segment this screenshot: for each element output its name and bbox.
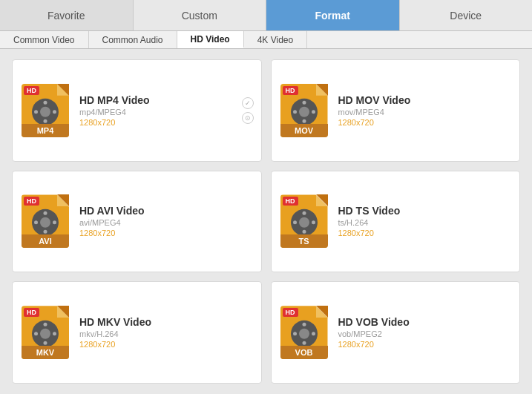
card-info-avi: HD AVI Video avi/MPEG4 1280x720 xyxy=(79,205,145,237)
reel-icon-mp4 xyxy=(32,99,59,125)
card-title-ts: HD TS Video xyxy=(338,205,401,217)
card-codec-mov: mov/MPEG4 xyxy=(338,108,411,116)
top-tab-bar: Favorite Custom Format Device xyxy=(0,0,532,31)
ext-label-mp4: MP4 xyxy=(22,124,69,137)
hd-badge-vob: HD xyxy=(283,308,298,317)
reel-icon-mkv xyxy=(32,321,59,347)
card-codec-vob: vob/MPEG2 xyxy=(338,329,410,338)
file-icon-mov: HD MOV xyxy=(280,84,328,137)
reel-icon-mov xyxy=(291,99,318,125)
ext-label-mov: MOV xyxy=(280,124,328,137)
format-card-hd-mov[interactable]: HD MOV HD MOV Video mov/MPEG4 1280x720 xyxy=(271,59,521,162)
tab-device[interactable]: Device xyxy=(400,0,533,30)
file-icon-vob: HD VOB xyxy=(280,306,328,359)
card-info-mp4: HD MP4 Video mp4/MPEG4 1280x720 xyxy=(79,94,150,127)
subtab-hd-video[interactable]: HD Video xyxy=(177,31,244,48)
card-res-ts: 1280x720 xyxy=(338,229,401,237)
ext-label-ts: TS xyxy=(280,234,328,248)
reel-icon-avi xyxy=(32,209,59,236)
card-title-mkv: HD MKV Video xyxy=(79,316,151,328)
file-icon-mkv: HD MKV xyxy=(22,306,69,359)
hd-badge-ts: HD xyxy=(283,197,298,206)
hd-badge-mkv: HD xyxy=(24,308,39,317)
ext-label-vob: VOB xyxy=(280,346,328,359)
ext-label-avi: AVI xyxy=(22,234,69,248)
card-title-mov: HD MOV Video xyxy=(338,94,411,106)
format-card-hd-mp4[interactable]: HD MP4 HD MP4 Video mp4/MPEG4 1280x720 ✓… xyxy=(12,59,262,162)
card-res-mp4: 1280x720 xyxy=(79,118,150,127)
reel-icon-vob xyxy=(291,321,318,347)
format-card-hd-vob[interactable]: HD VOB HD VOB Video vob/MPEG2 1280x720 xyxy=(271,281,521,384)
hd-badge-avi: HD xyxy=(24,197,39,206)
hd-badge-mov: HD xyxy=(283,86,298,95)
format-card-hd-avi[interactable]: HD AVI HD AVI Video avi/MPEG4 1280x720 xyxy=(12,171,262,273)
card-info-mkv: HD MKV Video mkv/H.264 1280x720 xyxy=(79,316,151,349)
card-codec-ts: ts/H.264 xyxy=(338,218,401,227)
card-title-vob: HD VOB Video xyxy=(338,316,410,328)
tab-format[interactable]: Format xyxy=(266,0,400,30)
tab-custom[interactable]: Custom xyxy=(134,0,267,30)
subtab-common-audio[interactable]: Common Audio xyxy=(89,31,177,48)
file-icon-ts: HD TS xyxy=(280,194,328,248)
card-info-mov: HD MOV Video mov/MPEG4 1280x720 xyxy=(338,94,411,127)
format-card-hd-ts[interactable]: HD TS HD TS Video ts/H.264 1280x720 xyxy=(271,171,521,273)
file-icon-mp4: HD MP4 xyxy=(22,84,69,137)
format-card-hd-mkv[interactable]: HD MKV HD MKV Video mkv/H.264 1280x720 xyxy=(12,281,262,384)
format-grid: HD MP4 HD MP4 Video mp4/MPEG4 1280x720 ✓… xyxy=(0,49,532,394)
check-icon-up: ✓ xyxy=(242,97,254,109)
sub-tab-bar: Common Video Common Audio HD Video 4K Vi… xyxy=(0,31,532,49)
card-check-icons: ✓ ⊙ xyxy=(242,97,254,124)
file-icon-avi: HD AVI xyxy=(22,194,69,248)
card-res-avi: 1280x720 xyxy=(79,229,145,237)
ext-label-mkv: MKV xyxy=(22,346,69,359)
card-title-avi: HD AVI Video xyxy=(79,205,145,217)
card-res-mkv: 1280x720 xyxy=(79,340,151,349)
tab-favorite[interactable]: Favorite xyxy=(0,0,134,30)
card-codec-avi: avi/MPEG4 xyxy=(79,218,145,227)
subtab-common-video[interactable]: Common Video xyxy=(0,31,89,48)
card-codec-mp4: mp4/MPEG4 xyxy=(79,108,150,116)
subtab-4k-video[interactable]: 4K Video xyxy=(244,31,308,48)
card-codec-mkv: mkv/H.264 xyxy=(79,329,151,338)
card-info-ts: HD TS Video ts/H.264 1280x720 xyxy=(338,205,401,237)
check-icon-down: ⊙ xyxy=(242,112,254,124)
hd-badge-mp4: HD xyxy=(24,86,39,95)
card-res-mov: 1280x720 xyxy=(338,118,411,127)
card-res-vob: 1280x720 xyxy=(338,340,410,349)
card-info-vob: HD VOB Video vob/MPEG2 1280x720 xyxy=(338,316,410,349)
reel-icon-ts xyxy=(291,209,318,236)
card-title-mp4: HD MP4 Video xyxy=(79,94,150,106)
